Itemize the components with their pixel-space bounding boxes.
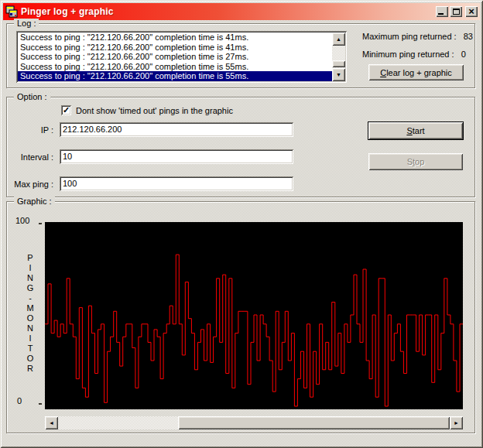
log-groupbox: Log : Success to ping : "212.120.66.200"… [6,23,475,88]
max-ping-field[interactable]: 100 [60,176,293,191]
scroll-down-button[interactable]: ▼ [332,68,345,81]
arrow-left-icon: ◄ [49,420,54,426]
vertical-label-char: O [24,354,36,364]
vertical-label-char: T [24,344,36,354]
scrollbar-thumb[interactable] [178,416,450,429]
vertical-label-char: O [24,313,36,323]
log-entry[interactable]: Success to ping : "212.120.66.200" compl… [18,62,332,72]
check-icon: ✓ [63,106,70,115]
interval-label: Interval : [7,152,53,162]
y-axis-max-tick [39,223,42,224]
clear-log-button-label: Clear log + graphic [380,68,452,77]
minimize-icon [438,13,444,15]
vertical-label-char: M [24,303,36,313]
stop-button-label: Stop [407,157,425,166]
log-entry[interactable]: Success to ping : "212.120.66.200" compl… [18,32,332,43]
ip-label: IP : [7,125,53,135]
log-entry[interactable]: Success to ping : "212.120.66.200" compl… [18,43,332,53]
arrow-up-icon: ▲ [336,36,341,42]
scroll-right-button[interactable]: ► [450,416,463,429]
hide-timeouts-checkbox[interactable]: ✓ [61,105,71,115]
log-group-label: Log : [14,19,39,28]
minimize-button[interactable] [436,6,448,17]
max-ping-row: Maximum ping returned : 83 [362,32,473,41]
app-window: Pinger log + graphic × Log : Success to … [0,0,483,448]
stop-button: Stop [368,153,463,170]
y-axis-min-tick [39,403,42,405]
graphic-group-label: Graphic : [14,197,55,206]
interval-field[interactable]: 10 [60,149,293,164]
log-entry[interactable]: Success to ping : "212.120.66.200" compl… [18,52,332,62]
ping-chart-svg [45,222,463,409]
log-list: Success to ping : "212.120.66.200" compl… [18,32,332,81]
y-axis-max-label: 100 [15,216,29,225]
option-groupbox: Option : ✓ Dont show 'timed out' pings i… [6,97,475,197]
ip-field[interactable]: 212.120.66.200 [60,122,293,137]
arrow-down-icon: ▼ [336,72,341,77]
scrollbar-thumb[interactable] [332,60,345,67]
ping-line [45,255,463,406]
max-ping-label: Maximum ping returned : [362,32,457,41]
scroll-up-button[interactable]: ▲ [332,32,345,46]
vertical-label-char: R [24,364,36,374]
option-group-label: Option : [14,92,50,101]
clear-log-button[interactable]: Clear log + graphic [368,64,464,80]
ping-chart [45,222,463,409]
vertical-label-char: P [24,253,36,263]
min-ping-value: 0 [461,50,466,59]
min-ping-row: Minimum ping returned : 0 [362,50,466,59]
vertical-label-char: G [24,283,36,293]
y-axis-min-label: 0 [17,396,22,405]
titlebar[interactable]: Pinger log + graphic × [3,3,480,20]
window-title: Pinger log + graphic [21,6,434,17]
close-icon: × [468,8,474,15]
max-ping-field-label: Max ping : [7,180,53,189]
scroll-left-button[interactable]: ◄ [45,416,58,429]
max-ping-value: 83 [464,32,473,41]
vertical-label-char: I [24,333,36,344]
vertical-label-char: I [24,263,36,273]
vertical-label-char: - [24,293,36,303]
maximize-icon [453,9,460,15]
vertical-label-char: N [24,273,36,283]
log-vertical-scrollbar[interactable]: ▲ ▼ [332,32,345,81]
log-entry[interactable]: Success to ping : "212.120.66.200" compl… [18,71,332,81]
chart-vertical-label: PING-MONITOR [24,253,36,374]
log-listbox[interactable]: Success to ping : "212.120.66.200" compl… [16,31,347,83]
chart-horizontal-scrollbar[interactable]: ◄ ► [45,416,463,429]
start-button[interactable]: Start [368,122,463,139]
start-button-label: Start [406,126,424,135]
graphic-groupbox: Graphic : 100 PING-MONITOR 0 ◄ ► [6,201,475,433]
app-icon [5,5,18,18]
vertical-label-char: N [24,323,36,333]
min-ping-label: Minimum ping returned : [362,50,454,59]
maximize-button[interactable] [450,6,462,17]
arrow-right-icon: ► [454,420,459,426]
hide-timeouts-label: Dont show 'timed out' pings in the graph… [76,106,233,115]
close-button[interactable]: × [465,6,478,17]
